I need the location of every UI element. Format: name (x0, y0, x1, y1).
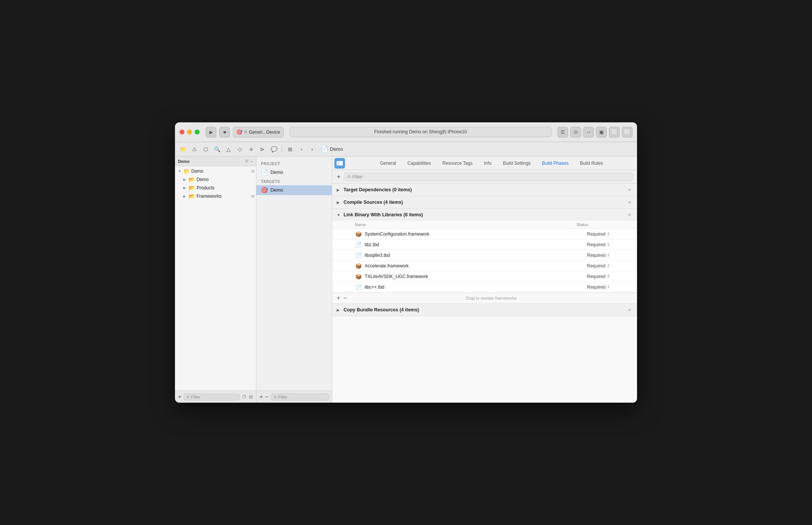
file-nav-badge: M (245, 159, 248, 163)
tab-panel-button[interactable] (334, 158, 345, 169)
project-filter[interactable]: ⊙ Filter (271, 394, 329, 400)
target-remove-button[interactable]: − (265, 394, 269, 400)
table-row[interactable]: 📦 Accelerate.framework Required ⇕ (332, 261, 637, 271)
tree-item-frameworks[interactable]: ▶ 📂 Frameworks M (175, 192, 256, 200)
phase-close-cs[interactable]: × (626, 199, 632, 205)
row-name-4: TXLiteAVSDK_UGC.framework (365, 274, 587, 279)
row-status-2: Required ⇕ (587, 253, 632, 258)
view-navigator-button[interactable]: ▣ (596, 127, 607, 138)
file-navigator: Demo M − ▼ 📁 Demo M ▶ 📂 Demo (175, 156, 256, 403)
status-stepper-1[interactable]: ⇕ (607, 242, 610, 247)
status-stepper-0[interactable]: ⇕ (607, 232, 610, 236)
phase-link-binary-header[interactable]: ▼ Link Binary With Libraries (6 items) × (332, 209, 637, 221)
tab-info[interactable]: Info (479, 159, 497, 167)
status-stepper-4[interactable]: ⇕ (607, 274, 610, 278)
project-panel-content: PROJECT 📄 Demo TARGETS 🎯 Demo (256, 156, 332, 391)
table-row[interactable]: 📦 SystemConfiguration.framework Required… (332, 229, 637, 239)
search-icon[interactable]: 🔍 (212, 144, 222, 154)
col-status: Status (576, 222, 622, 227)
close-button[interactable] (180, 130, 184, 134)
tree-item-demo-child[interactable]: ▶ 📂 Demo (175, 175, 256, 184)
scheme-selector[interactable]: 🎯 ⚙ Generi...Device (233, 127, 284, 138)
issue-icon[interactable]: △ (223, 144, 233, 154)
col-name: Name (355, 222, 576, 227)
tab-resource-tags[interactable]: Resource Tags (437, 159, 478, 167)
warning-icon[interactable]: ⚠ (189, 144, 199, 154)
table-row[interactable]: 📄 libsqlite3.tbd Required ⇕ (332, 250, 637, 261)
target-add-button[interactable]: + (259, 394, 263, 400)
file-nav-minus[interactable]: − (250, 158, 253, 164)
tab-build-settings[interactable]: Build Settings (498, 159, 536, 167)
phase-close-td[interactable]: × (626, 187, 632, 193)
run-button[interactable]: ▶ (206, 127, 216, 138)
tab-build-rules[interactable]: Build Rules (575, 159, 608, 167)
project-item-label: Demo (270, 170, 283, 175)
grid-icon[interactable]: ⊞ (285, 144, 295, 154)
tree-icon-frameworks: 📂 (189, 193, 195, 199)
toolbar: 📁 ⚠ ⬡ 🔍 △ ◇ ≡ ⊳ 💬 ⊞ ‹ › 📄 Demo (175, 142, 637, 156)
file-nav-clock-icon[interactable]: ⏱ (242, 394, 247, 400)
chat-icon[interactable]: 💬 (269, 144, 279, 154)
file-nav-add-button[interactable]: + (178, 394, 181, 400)
table-row[interactable]: 📦 TXLiteAVSDK_UGC.framework Required ⇕ (332, 271, 637, 282)
row-status-3: Required ⇕ (587, 263, 632, 269)
framework-icon: 📦 (355, 273, 362, 280)
view-debug-button[interactable]: ⬜ (609, 127, 620, 138)
row-name-2: libsqlite3.tbd (365, 253, 587, 258)
phase-compile-sources: ▶ Compile Sources (4 items) × (332, 196, 637, 209)
file-nav-filter[interactable]: ⊙ Filter (184, 394, 239, 400)
tree-label-demo-child: Demo (197, 177, 255, 182)
project-item-demo[interactable]: 📄 Demo (256, 167, 332, 177)
editor-assistant-button[interactable]: ⊙ (570, 127, 581, 138)
link-binary-table: Name Status 📦 SystemConfiguration.framew… (332, 221, 637, 303)
phase-close-lb[interactable]: × (626, 212, 632, 218)
back-button[interactable]: ‹ (297, 144, 306, 154)
phase-add-button[interactable]: + (337, 173, 341, 180)
editor-standard-button[interactable]: ☰ (557, 127, 568, 138)
tree-item-products[interactable]: ▶ 📂 Products (175, 184, 256, 192)
bookmark-icon[interactable]: ⊳ (258, 144, 267, 154)
file-nav-grid-icon[interactable]: ⊞ (249, 394, 253, 400)
list-icon[interactable]: ≡ (246, 144, 256, 154)
breakpoint-icon[interactable]: ⬡ (201, 144, 211, 154)
editor-version-button[interactable]: ↔ (583, 127, 594, 138)
breadcrumb-label: Demo (330, 146, 343, 152)
tab-bar-left (333, 158, 347, 169)
file-nav-footer: + ⊙ Filter ⏱ ⊞ (175, 391, 256, 403)
minimize-button[interactable] (187, 130, 192, 134)
file-nav-title: Demo (178, 159, 245, 164)
phase-compile-sources-header[interactable]: ▶ Compile Sources (4 items) × (332, 196, 637, 208)
test-icon[interactable]: ◇ (235, 144, 245, 154)
tab-capabilities[interactable]: Capabilities (402, 159, 436, 167)
status-stepper-3[interactable]: ⇕ (607, 264, 610, 268)
file-nav-header: Demo M − (175, 156, 256, 166)
view-utilities-button[interactable]: ⬜ (622, 127, 632, 138)
status-stepper-5[interactable]: ⇕ (607, 285, 610, 289)
table-row[interactable]: 📄 libz.tbd Required ⇕ (332, 239, 637, 250)
tree-item-demo-root[interactable]: ▼ 📁 Demo M (175, 167, 256, 175)
build-filter-input[interactable]: ⊙ Filter (344, 173, 632, 181)
target-item-demo[interactable]: 🎯 Demo (256, 185, 332, 195)
tree-arrow: ▼ (178, 169, 183, 173)
table-remove-button[interactable]: − (343, 295, 347, 301)
table-footer: + − Drag to reorder frameworks (332, 292, 637, 303)
phase-target-dependencies-header[interactable]: ▶ Target Dependencies (0 items) × (332, 184, 637, 196)
status-stepper-2[interactable]: ⇕ (607, 253, 610, 257)
doc-icon: 📄 (355, 252, 362, 258)
project-panel-footer: + − ⊙ Filter (256, 391, 332, 403)
maximize-button[interactable] (195, 130, 200, 134)
phase-copy-bundle-resources: ▶ Copy Bundle Resources (4 items) × (332, 304, 637, 316)
table-add-button[interactable]: + (337, 295, 340, 301)
tree-label-demo-root: Demo (191, 169, 250, 174)
project-filter-icon: ⊙ (274, 395, 277, 399)
table-row[interactable]: 📄 libc++.tbd Required ⇕ (332, 282, 637, 292)
targets-section-header: TARGETS (256, 177, 332, 185)
tab-build-phases[interactable]: Build Phases (537, 159, 574, 167)
forward-button[interactable]: › (307, 144, 317, 154)
phase-copy-bundle-resources-header[interactable]: ▶ Copy Bundle Resources (4 items) × (332, 304, 637, 316)
stop-button[interactable]: ■ (219, 127, 230, 138)
folder-icon[interactable]: 📁 (178, 144, 188, 154)
tab-general[interactable]: General (375, 159, 401, 167)
tree-badge-frameworks: M (251, 194, 255, 198)
phase-close-cbr[interactable]: × (626, 307, 632, 313)
